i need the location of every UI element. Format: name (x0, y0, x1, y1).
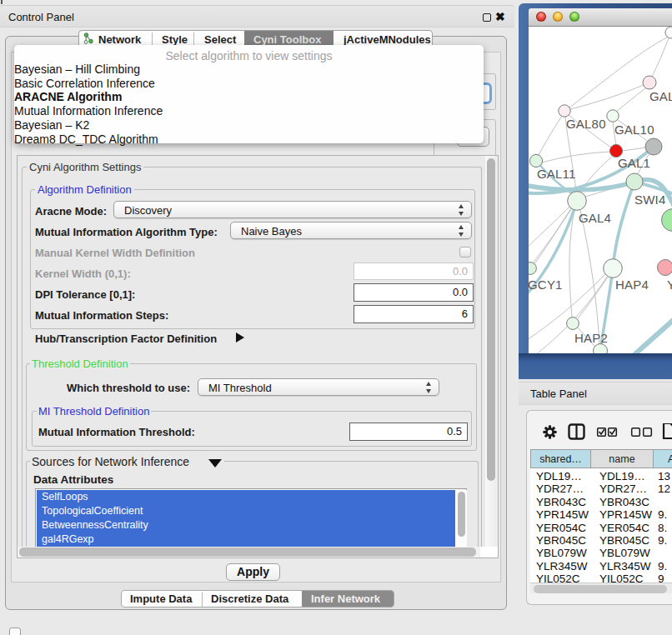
svg-text:HAP2: HAP2 (574, 331, 608, 345)
svg-text:SWI4: SWI4 (634, 192, 665, 207)
svg-text:GAL2: GAL2 (649, 89, 672, 103)
svg-text:HAP4: HAP4 (615, 278, 649, 292)
svg-text:GCY1: GCY1 (529, 278, 563, 292)
svg-text:GAL1: GAL1 (618, 156, 650, 170)
svg-text:GAL10: GAL10 (614, 122, 654, 137)
svg-text:GAL80: GAL80 (566, 117, 606, 131)
svg-text:YM: YM (667, 278, 672, 292)
svg-text:GAL11: GAL11 (537, 167, 576, 181)
svg-text:GAL4: GAL4 (579, 211, 611, 225)
